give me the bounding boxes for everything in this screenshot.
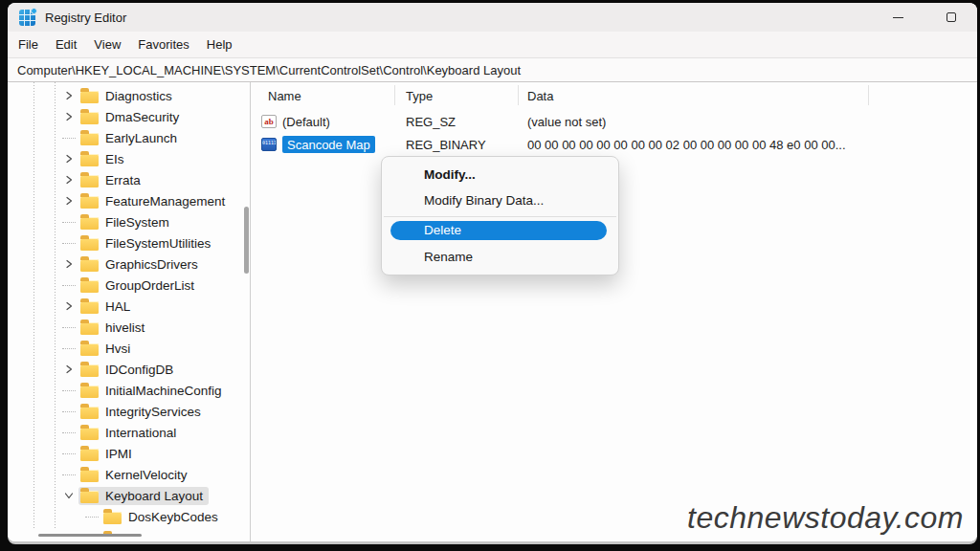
chevron-right-icon[interactable] [59,190,78,211]
tree-connector [59,232,78,253]
tree-item-label: IDConfigDB [105,363,173,377]
tree-item-label: EarlyLaunch [105,131,177,145]
tree-item-ipmi[interactable]: IPMI [8,443,244,464]
tree-item-label: DosKeybCodes [128,510,218,524]
tree-item-grouporderlist[interactable]: GroupOrderList [8,275,244,296]
folder-icon [80,301,99,314]
tree-item-label: IPMI [105,447,132,461]
tree-item-errata[interactable]: Errata [8,169,244,190]
tree-connector [59,464,78,485]
tree-item-graphicsdrivers[interactable]: GraphicsDrivers [8,253,244,275]
tree-item-idconfigdb[interactable]: IDConfigDB [8,359,244,380]
tree-item-hal[interactable]: HAL [8,296,244,317]
tree-item-label: IntegrityServices [105,405,201,419]
tree-item-label: GroupOrderList [105,278,194,293]
column-divider[interactable] [518,85,519,105]
tree-connector [59,380,78,401]
tree-item-doskeybcodes[interactable]: DosKeybCodes [8,506,244,527]
maximize-button[interactable] [924,3,977,32]
menu-favorites[interactable]: Favorites [129,37,197,52]
registry-editor-icon [19,10,35,26]
tree-item-hivelist[interactable]: hivelist [8,317,244,338]
chevron-down-icon[interactable] [59,485,78,506]
tree-item-label: HAL [105,299,130,314]
folder-icon [80,112,99,124]
value-data: (value not set) [527,115,606,129]
tree-item-kernelvelocity[interactable]: KernelVelocity [8,464,244,485]
context-menu: Modify...Modify Binary Data...DeleteRena… [381,156,619,276]
tree-connector [59,422,78,443]
folder-icon [80,386,99,398]
tree-item-initialmachineconfig[interactable]: InitialMachineConfig [8,380,244,401]
minimize-button[interactable] [872,3,924,32]
tree-connector [59,443,78,464]
folder-icon [80,470,99,482]
tree-node: hivelist [78,319,150,337]
menu-file[interactable]: File [10,37,47,52]
chevron-right-icon[interactable] [59,85,78,106]
folder-icon [80,343,99,356]
folder-icon [80,449,99,461]
menu-view[interactable]: View [85,37,129,52]
tree-node: FeatureManagement [78,192,231,210]
tree-item-label: GraphicsDrivers [105,257,198,272]
folder-icon [80,217,99,230]
tree-items: DiagnosticsDmaSecurityEarlyLaunchEIsErra… [8,85,244,534]
binary-value-icon: 011110 [261,138,277,151]
minimize-icon [893,17,903,18]
tree-item-diagnostics[interactable]: Diagnostics [8,85,244,106]
column-divider[interactable] [868,85,869,105]
tree-item-dmasecurity[interactable]: DmaSecurity [8,106,244,127]
menu-help[interactable]: Help [198,37,241,52]
tree-item-featuremanagement[interactable]: FeatureManagement [8,190,244,211]
tree-item-label: KernelVelocity [105,468,188,482]
value-type: REG_SZ [406,115,456,129]
folder-icon [80,91,99,103]
tree-item-filesystem[interactable]: FileSystem [8,211,244,232]
tree-item-earlylaunch[interactable]: EarlyLaunch [8,127,244,148]
chevron-right-icon[interactable] [59,148,78,169]
column-header-name[interactable]: Name [268,89,301,103]
chevron-right-icon[interactable] [59,253,78,275]
folder-icon [80,364,99,377]
menu-edit[interactable]: Edit [47,37,85,52]
registry-path: Computer\HKEY_LOCAL_MACHINE\SYSTEM\Curre… [17,63,521,77]
tree-item-eis[interactable]: EIs [8,148,244,169]
chevron-right-icon[interactable] [59,106,78,127]
tree-item-hvsi[interactable]: Hvsi [8,338,244,359]
tree-node: FileSystem [78,213,175,231]
tree-connector [82,506,101,527]
tree-item-label: International [105,426,176,440]
value-list-pane: Name Type Data ab(Default)REG_SZ(value n… [251,82,977,541]
address-bar[interactable]: Computer\HKEY_LOCAL_MACHINE\SYSTEM\Curre… [8,57,977,82]
tree-node: Keyboard Layout [78,487,209,505]
value-row-default[interactable]: ab(Default)REG_SZ(value not set) [251,110,977,133]
tree-item-keyboard-layout[interactable]: Keyboard Layout [8,485,244,506]
maximize-icon [947,12,956,22]
context-menu-item-modify-binary-data[interactable]: Modify Binary Data... [382,187,618,213]
main-content: DiagnosticsDmaSecurityEarlyLaunchEIsErra… [8,82,977,541]
chevron-right-icon[interactable] [59,359,78,380]
tree-horizontal-scrollbar[interactable] [38,534,142,538]
value-row-scancode-map[interactable]: 011110Scancode MapREG_BINARY00 00 00 00 … [251,133,977,156]
context-menu-item-delete[interactable]: Delete [390,221,607,240]
tree-item-label: DmaSecurity [105,110,179,124]
tree-connector [59,401,78,422]
tree-item-label: FileSystem [105,215,169,230]
tree-connector [59,211,78,232]
chevron-right-icon[interactable] [59,169,78,190]
tree-vertical-scrollbar[interactable] [244,207,249,274]
column-header-type[interactable]: Type [406,89,433,103]
context-menu-item-modify[interactable]: Modify... [382,162,618,187]
context-menu-item-rename[interactable]: Rename [382,244,618,270]
window-controls [872,3,977,32]
folder-icon [80,154,99,166]
column-divider[interactable] [394,85,395,105]
tree-item-filesystemutilities[interactable]: FileSystemUtilities [8,232,244,253]
menu-bar: FileEditViewFavoritesHelp [8,32,977,57]
tree-item-integrityservices[interactable]: IntegrityServices [8,401,244,422]
value-rows: ab(Default)REG_SZ(value not set)011110Sc… [251,108,977,156]
column-header-data[interactable]: Data [527,89,553,103]
tree-item-international[interactable]: International [8,422,244,443]
chevron-right-icon[interactable] [59,296,78,317]
